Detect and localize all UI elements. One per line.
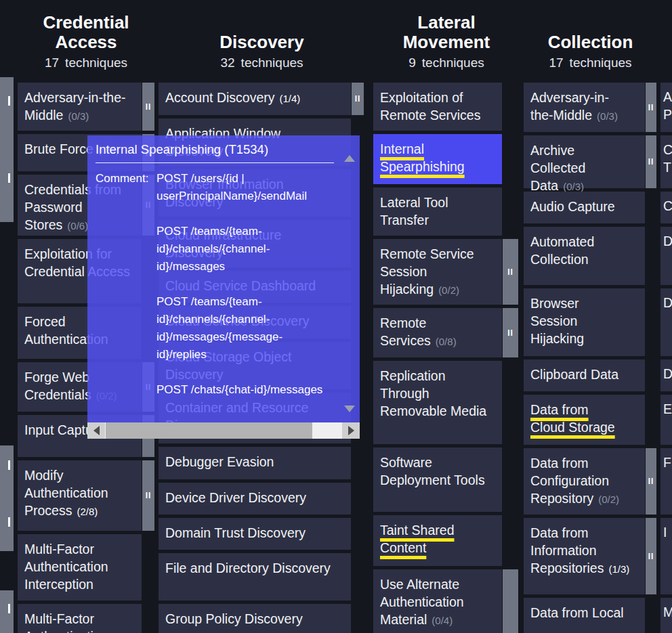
technique-cell[interactable]: Replication Through Removable Media — [373, 361, 502, 444]
technique-cell[interactable]: Device Driver Discovery — [159, 483, 351, 515]
technique-cell[interactable]: Multi-Factor Authentication Interception — [18, 534, 142, 601]
technique-label-fragment: C T — [663, 142, 672, 175]
clipped-technique-cell[interactable]: D — [660, 288, 672, 356]
technique-cell[interactable]: Debugger Evasion — [159, 447, 351, 479]
clipped-technique-cell[interactable]: F — [660, 448, 672, 515]
scroll-down-icon — [344, 406, 355, 412]
clipped-technique-cell[interactable]: D — [660, 359, 672, 391]
technique-label: Multi-Factor Authentication — [24, 611, 108, 633]
tooltip-body: Comment: POST /users/{id | userPrincipal… — [87, 163, 360, 416]
tactic-title: Credential Access — [18, 13, 154, 52]
technique-row: Data from Information Repositories(1/3)I… — [524, 518, 657, 594]
subtechnique-count: (0/3) — [597, 110, 618, 122]
technique-cell[interactable]: Domain Trust Discovery — [159, 518, 351, 550]
technique-row: I — [660, 518, 672, 594]
technique-count-number: 32 — [220, 56, 234, 70]
expand-subtechniques-handle[interactable]: II — [503, 308, 518, 357]
tactic-header-lateral-movement: Lateral Movement 9techniques — [373, 0, 520, 73]
clipped-subtechnique-handle[interactable] — [0, 77, 14, 222]
technique-cell[interactable]: Archive Collected Data(0/3) — [524, 135, 645, 188]
clipped-technique-cell[interactable]: M — [660, 598, 672, 633]
subtechnique-count: (0/2) — [438, 284, 459, 296]
expand-subtechniques-handle[interactable]: II — [646, 83, 656, 132]
expand-subtechniques-handle[interactable]: II — [646, 448, 656, 515]
tactic-header-credential-access: Credential Access 17techniques — [18, 0, 154, 73]
tooltip-scroll-up-button[interactable] — [341, 150, 358, 167]
technique-cell[interactable]: Browser Session Hijacking — [524, 288, 645, 356]
subtechnique-count: (0/3) — [68, 110, 89, 122]
technique-cell[interactable]: Data from Information Repositories(1/3) — [524, 518, 645, 594]
clipped-technique-cell[interactable]: C — [660, 192, 672, 223]
technique-cell[interactable]: Group Policy Discovery — [159, 604, 351, 633]
technique-cell[interactable]: Remote Service Session Hijacking(0/2) — [373, 239, 502, 305]
technique-row: Taint Shared Content — [373, 515, 520, 566]
technique-row: F — [660, 448, 672, 515]
subtechnique-count: (0/3) — [563, 181, 584, 192]
technique-label: Account Discovery — [165, 90, 274, 105]
horizontal-scroll-thumb[interactable] — [106, 422, 312, 439]
technique-cell[interactable]: Software Deployment Tools — [373, 448, 502, 512]
handle-bar-icon — [8, 96, 10, 106]
subtechnique-count: (0/4) — [432, 615, 453, 626]
expand-subtechniques-handle[interactable]: II — [503, 239, 518, 305]
tactic-header-discovery: Discovery 32techniques — [159, 0, 365, 73]
technique-cell[interactable]: File and Directory Discovery — [159, 553, 351, 601]
tactic-header-collection: Collection 17techniques — [524, 0, 657, 73]
technique-label: Exploitation of Remote Services — [380, 90, 480, 123]
technique-cell[interactable]: Internal Spearphishing — [373, 134, 502, 184]
technique-label: Audio Capture — [530, 199, 615, 214]
technique-cell[interactable]: Adversary-in-the-Middle(0/3) — [18, 83, 142, 131]
technique-count-unit: techniques — [241, 56, 303, 70]
technique-label: Software Deployment Tools — [380, 455, 485, 487]
technique-cell[interactable]: Audio Capture — [524, 192, 645, 223]
technique-cell[interactable]: Data from Cloud Storage — [524, 395, 645, 445]
clipped-technique-cell[interactable]: A P — [660, 83, 672, 132]
clipped-technique-cell[interactable]: I — [660, 518, 672, 594]
technique-cell[interactable]: Taint Shared Content — [373, 515, 502, 566]
technique-cell[interactable]: Adversary-in-the-Middle(0/3) — [524, 83, 645, 132]
expand-subtechniques-handle[interactable]: II — [503, 569, 518, 633]
technique-cell[interactable]: Multi-Factor Authentication — [18, 604, 142, 633]
clipped-subtechnique-handle[interactable] — [0, 445, 14, 551]
tactic-technique-count: 17techniques — [45, 56, 127, 73]
technique-label: Debugger Evasion — [165, 454, 274, 469]
tooltip-scroll-down-button[interactable] — [341, 401, 358, 417]
expand-subtechniques-handle[interactable]: II — [142, 83, 154, 131]
technique-label-fragment: M — [663, 605, 672, 619]
clipped-technique-cell[interactable]: D — [660, 227, 672, 285]
technique-count-number: 9 — [408, 56, 416, 70]
expand-subtechniques-handle[interactable]: II — [646, 135, 656, 188]
technique-row: Domain Trust Discovery — [159, 518, 365, 550]
scroll-left-button[interactable] — [87, 422, 105, 439]
technique-cell[interactable]: Exploitation of Remote Services — [373, 83, 502, 131]
attack-navigator-matrix: Credential Access 17techniques Discovery… — [0, 0, 672, 633]
technique-label: Data from Local — [530, 605, 624, 620]
tooltip-horizontal-scrollbar[interactable] — [87, 422, 360, 439]
technique-cell[interactable]: Automated Collection — [524, 227, 645, 285]
technique-cell[interactable]: Data from Configuration Repository(0/2) — [524, 448, 645, 515]
technique-cell[interactable]: Clipboard Data — [524, 359, 645, 391]
technique-count-unit: techniques — [422, 56, 484, 70]
technique-cell[interactable]: Modify Authentication Process(2/8) — [18, 460, 142, 531]
technique-cell[interactable]: Remote Services(0/8) — [373, 308, 502, 357]
clipped-technique-cell[interactable]: C T — [660, 135, 672, 188]
technique-label-fragment: F — [663, 455, 671, 470]
clipped-subtechnique-handle[interactable] — [0, 590, 14, 633]
expand-subtechniques-handle[interactable]: II — [352, 83, 364, 115]
technique-label: Brute Force — [24, 141, 93, 156]
scroll-right-button[interactable] — [342, 422, 360, 439]
technique-row: C T — [660, 135, 672, 188]
clipped-technique-cell[interactable]: E — [660, 395, 672, 445]
technique-cell[interactable]: Lateral Tool Transfer — [373, 188, 502, 236]
technique-label-fragment: E — [663, 401, 672, 416]
technique-cell[interactable]: Use Alternate Authentication Material(0/… — [373, 569, 502, 633]
technique-label: Internal Spearphishing — [380, 141, 465, 174]
tactic-technique-count: 32techniques — [220, 56, 303, 73]
tooltip-comment-paragraph: POST /teams/{team-id}/channels/{channel-… — [156, 293, 323, 364]
expand-subtechniques-handle[interactable]: II — [142, 460, 154, 531]
technique-row: Audio Capture — [524, 192, 657, 223]
technique-row: Exploitation of Remote Services — [373, 83, 520, 131]
technique-cell[interactable]: Account Discovery(1/4) — [159, 83, 351, 115]
expand-subtechniques-handle[interactable]: II — [646, 518, 656, 594]
technique-cell[interactable]: Data from Local — [524, 598, 645, 633]
